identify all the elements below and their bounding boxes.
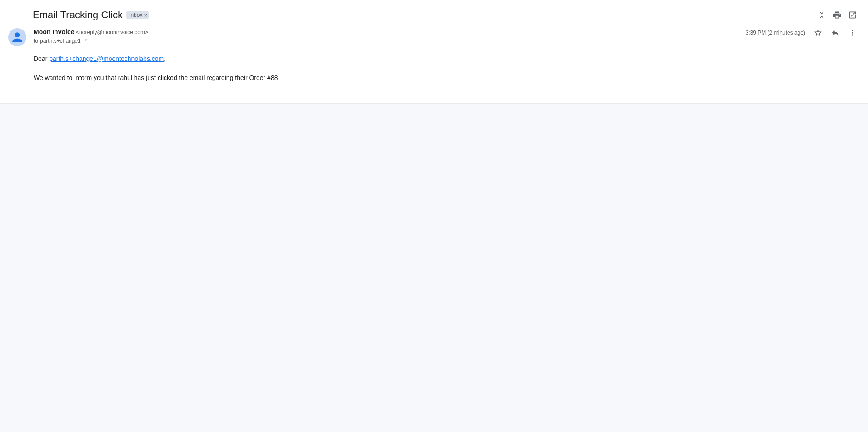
print-icon[interactable]	[833, 10, 842, 20]
greeting-prefix: Dear	[34, 55, 49, 62]
recipient-email-link[interactable]: parth.s+change1@moontechnolabs.com	[49, 55, 164, 62]
sender-email: <noreply@mooninvoice.com>	[76, 29, 148, 35]
recipient-name: parth.s+change1	[40, 38, 81, 44]
greeting-line: Dear parth.s+change1@moontechnolabs.com,	[34, 54, 861, 64]
sender-row: Moon Invoice <noreply@mooninvoice.com> t…	[0, 25, 868, 46]
sender-name: Moon Invoice	[34, 28, 74, 35]
recipient-prefix: to	[34, 38, 38, 44]
subject-actions	[817, 10, 861, 20]
sender-meta: Moon Invoice <noreply@mooninvoice.com> t…	[34, 28, 861, 45]
timestamp-time: 3:39 PM	[746, 30, 766, 36]
subject-row: Email Tracking Click Inbox ×	[0, 0, 868, 25]
close-icon[interactable]: ×	[144, 12, 147, 18]
email-card: Email Tracking Click Inbox ×	[0, 0, 868, 104]
reply-icon[interactable]	[831, 28, 840, 37]
greeting-suffix: ,	[164, 55, 165, 62]
email-body: Dear parth.s+change1@moontechnolabs.com,…	[0, 46, 868, 83]
recipient-line[interactable]: to parth.s+change1	[34, 37, 89, 45]
body-paragraph: We wanted to inform you that rahul has j…	[34, 73, 861, 83]
timestamp-relative: (2 minutes ago)	[768, 30, 805, 36]
collapse-all-icon[interactable]	[817, 10, 826, 20]
avatar[interactable]	[8, 28, 26, 46]
dropdown-arrow-icon[interactable]	[83, 37, 89, 45]
open-new-window-icon[interactable]	[848, 10, 857, 20]
subject-left: Email Tracking Click Inbox ×	[33, 9, 149, 21]
message-actions-right: 3:39 PM (2 minutes ago)	[746, 28, 861, 37]
more-vert-icon[interactable]	[848, 28, 857, 37]
label-chip-text: Inbox	[129, 12, 142, 18]
label-chip-inbox[interactable]: Inbox ×	[126, 11, 149, 19]
email-subject: Email Tracking Click	[33, 9, 123, 21]
timestamp: 3:39 PM (2 minutes ago)	[746, 30, 805, 36]
sender-info: Moon Invoice <noreply@mooninvoice.com> t…	[34, 28, 148, 45]
star-icon[interactable]	[813, 28, 823, 37]
svg-point-0	[15, 32, 20, 37]
